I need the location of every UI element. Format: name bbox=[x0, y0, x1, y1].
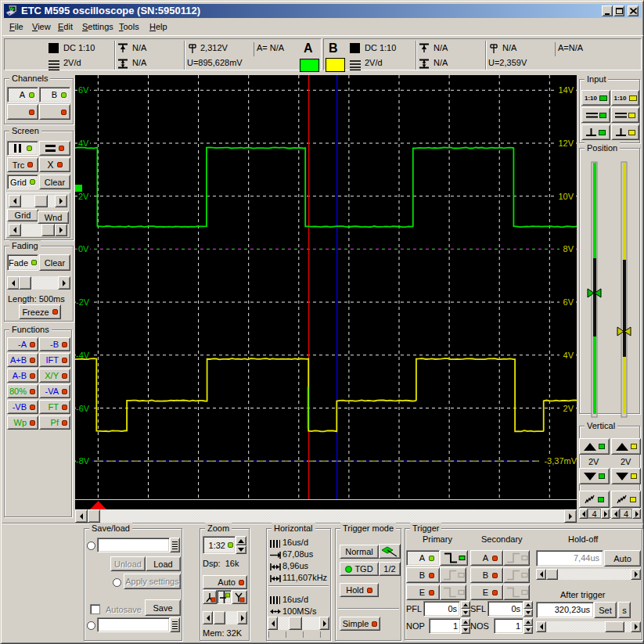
svg-text:2V: 2V bbox=[563, 404, 574, 413]
svg-text:6V: 6V bbox=[78, 85, 89, 95]
svg-text:0V: 0V bbox=[78, 244, 89, 254]
svg-text:-2V: -2V bbox=[76, 297, 90, 307]
svg-text:-3,37mV: -3,37mV bbox=[544, 456, 577, 466]
svg-text:-8V: -8V bbox=[76, 456, 90, 466]
svg-text:12V: 12V bbox=[558, 139, 574, 148]
svg-text:4V: 4V bbox=[78, 139, 89, 148]
svg-text:-6V: -6V bbox=[76, 404, 90, 413]
svg-text:14V: 14V bbox=[558, 85, 574, 95]
svg-text:6V: 6V bbox=[563, 297, 574, 307]
svg-text:4V: 4V bbox=[563, 351, 574, 360]
svg-text:8V: 8V bbox=[563, 244, 574, 254]
svg-text:10V: 10V bbox=[558, 192, 574, 201]
svg-text:2V: 2V bbox=[78, 192, 89, 201]
